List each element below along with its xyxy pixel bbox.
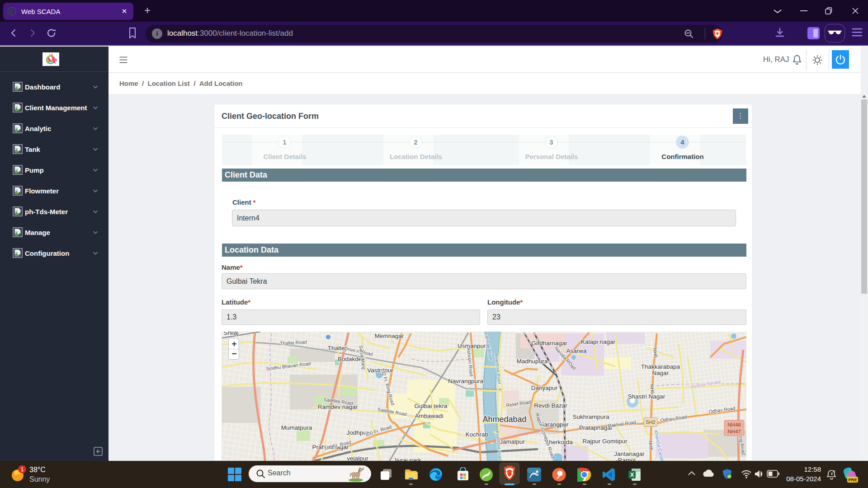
svg-text:Revdi Bazar: Revdi Bazar	[534, 402, 567, 409]
svg-text:Girdharnagar: Girdharnagar	[531, 340, 567, 347]
svg-text:X: X	[630, 471, 634, 478]
svg-text:Memnagar: Memnagar	[375, 333, 404, 339]
svg-text:Nagar: Nagar	[652, 370, 669, 376]
svg-text:Vastrapur: Vastrapur	[367, 367, 393, 374]
svg-text:Ambawadi: Ambawadi	[415, 413, 443, 419]
svg-text:Shastri Nagar: Shastri Nagar	[628, 393, 665, 400]
svg-text:Usmanpura: Usmanpura	[458, 343, 489, 349]
svg-text:Madhupura: Madhupura	[517, 358, 548, 365]
svg-text:Kochrab: Kochrab	[466, 431, 488, 438]
svg-text:NH8: NH8	[652, 348, 659, 358]
svg-text:z: z	[834, 469, 835, 473]
svg-text:Navrangpura: Navrangpura	[448, 378, 484, 385]
svg-text:NH8: NH8	[648, 441, 654, 450]
svg-text:1: 1	[20, 466, 24, 473]
svg-text:Kalapi nagar: Kalapi nagar	[581, 338, 615, 345]
svg-text:Dariyapur: Dariyapur	[531, 385, 558, 391]
svg-text:Thakkarabapa: Thakkarabapa	[641, 363, 680, 370]
svg-text:PRE: PRE	[848, 477, 857, 482]
svg-text:z: z	[831, 471, 833, 476]
svg-text:Shilaj: Shilaj	[223, 332, 238, 336]
svg-text:C: C	[10, 9, 13, 14]
svg-text:Jamalpur: Jamalpur	[500, 438, 525, 445]
svg-text:Gulbai tekra: Gulbai tekra	[415, 403, 448, 409]
svg-text:SH2: SH2	[646, 419, 655, 425]
svg-text:NH47: NH47	[727, 429, 741, 434]
svg-text:Rajpur Gomtipur: Rajpur Gomtipur	[582, 438, 627, 445]
svg-text:vejalpur: vejalpur	[347, 455, 368, 461]
svg-text:Thaltej: Thaltej	[328, 345, 346, 352]
svg-text:Mumatpura: Mumatpura	[281, 424, 312, 431]
svg-text:NH48: NH48	[727, 422, 741, 427]
svg-text:Ahmedabad: Ahmedabad	[482, 415, 526, 424]
svg-text:Jantanagar: Jantanagar	[614, 450, 645, 457]
svg-text:Sukhrampura: Sukhrampura	[572, 413, 609, 420]
svg-text:Asarwa: Asarwa	[566, 347, 587, 354]
svg-text:NH8: NH8	[649, 384, 656, 394]
